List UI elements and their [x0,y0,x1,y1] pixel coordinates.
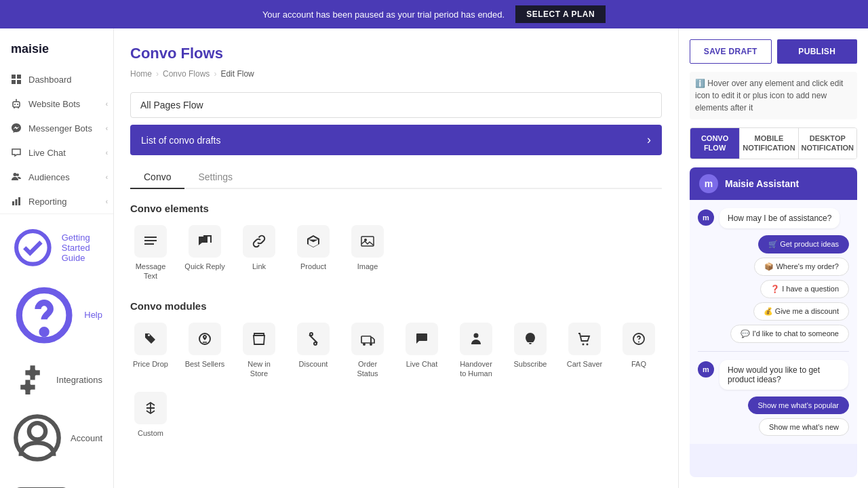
breadcrumb-home[interactable]: Home [130,69,152,79]
module-live-chat[interactable]: Live Chat [401,323,442,379]
sidebar-label-live-chat: Live Chat [28,148,66,158]
view-tab-convo-flow[interactable]: CONVO FLOW [690,128,740,159]
svg-point-6 [17,104,18,105]
reply-whats-new[interactable]: Show me what's new [759,418,849,436]
sidebar-item-live-chat[interactable]: Live Chat ‹ [0,140,113,165]
view-tab-desktop[interactable]: DESKTOPNOTIFICATION [799,128,856,159]
bot-avatar-1: m [698,209,714,226]
module-discount[interactable]: Discount [293,323,334,379]
module-cart-saver[interactable]: Cart Saver [564,323,605,379]
sidebar-item-integrations[interactable]: Integrations [0,354,113,405]
chat-preview: m Maisie Assistant m How may I be of ass… [690,167,857,477]
chat-message-row-2: m How would you like to get product idea… [698,360,849,390]
circle-check-icon [11,226,55,270]
sidebar: maisie Dashboard Website Bots ‹ Messenge… [0,28,114,488]
element-product[interactable]: Product [293,225,334,281]
tabs-row: Convo Settings [130,166,662,189]
save-draft-button[interactable]: SAVE DRAFT [690,39,772,64]
module-handover[interactable]: Handoverto Human [456,323,496,379]
svg-rect-4 [13,102,20,107]
sidebar-item-billing[interactable]: Billing [0,470,113,488]
credit-card-icon [11,476,72,488]
users-icon [11,171,22,182]
svg-point-23 [363,343,366,346]
select-plan-button[interactable]: SELECT A PLAN [515,5,606,23]
sidebar-item-dashboard[interactable]: Dashboard [0,67,113,92]
module-best-sellers[interactable]: Best Sellers [184,323,225,379]
sidebar-item-messenger-bots[interactable]: Messenger Bots ‹ [0,116,113,140]
collapse-arrow: ‹ [106,100,108,108]
chat-bubble-1: How may I be of assistance? [719,208,840,228]
reply-wheres-my-order[interactable]: 📦 Where's my order? [754,258,849,276]
reply-whats-popular[interactable]: Show me what's popular [748,396,850,414]
sidebar-item-website-bots[interactable]: Website Bots ‹ [0,92,113,116]
chat-replies-1: 🛒 Get product ideas 📦 Where's my order? … [698,235,849,343]
chat-body: m How may I be of assistance? 🛒 Get prod… [690,200,857,444]
svg-rect-16 [144,237,157,238]
element-link[interactable]: Link [239,225,279,281]
svg-point-5 [14,104,16,105]
module-custom[interactable]: Custom [130,392,171,438]
circle-help-icon [11,282,77,348]
svg-rect-7 [12,201,14,205]
drafts-bar[interactable]: List of convo drafts › [130,125,662,155]
tab-convo[interactable]: Convo [130,166,184,189]
logo: maisie [0,37,113,67]
chart-icon [11,196,22,207]
sidebar-item-account[interactable]: Account [0,405,113,470]
svg-rect-1 [17,75,21,79]
sidebar-item-getting-started[interactable]: Getting Started Guide [0,220,113,276]
publish-button[interactable]: PUBLISH [777,39,858,64]
module-price-drop[interactable]: Price Drop [130,323,171,379]
view-tabs: CONVO FLOW MOBILENOTIFICATION DESKTOPNOT… [690,127,857,159]
svg-rect-17 [144,240,157,241]
svg-point-29 [638,341,639,342]
chat-message-row-1: m How may I be of assistance? [698,208,849,228]
element-message-text[interactable]: MessageText [130,225,171,281]
module-new-in-store[interactable]: New inStore [239,323,279,379]
page-title: Convo Flows [130,45,662,62]
convo-elements-title: Convo elements [130,203,662,214]
reply-give-discount[interactable]: 💰 Give me a discount [753,302,849,321]
reply-chat-to-someone[interactable]: 💬 I'd like to chat to someone [730,325,849,343]
breadcrumb-convo-flows[interactable]: Convo Flows [163,69,210,79]
collapse-arrow: ‹ [106,149,108,157]
drafts-arrow: › [647,133,651,147]
hint-box: ℹ️ Hover over any element and click edit… [690,72,857,119]
sidebar-item-help[interactable]: Help [0,276,113,354]
reply-get-product-ideas[interactable]: 🛒 Get product ideas [758,235,849,253]
bot-avatar-2: m [698,361,714,378]
sidebar-bottom: Getting Started Guide Help Integrations … [0,214,113,488]
sidebar-label-messenger-bots: Messenger Bots [28,123,92,134]
chat-divider [698,351,849,352]
sidebar-label-website-bots: Website Bots [28,99,80,109]
sidebar-label-getting-started: Getting Started Guide [62,232,102,263]
action-buttons: SAVE DRAFT PUBLISH [690,39,857,64]
svg-rect-9 [18,197,20,205]
sidebar-item-reporting[interactable]: Reporting ‹ [0,189,113,214]
tab-settings[interactable]: Settings [184,166,246,189]
sidebar-label-reporting: Reporting [28,197,66,207]
chat-header: m Maisie Assistant [690,167,857,200]
reply-have-a-question[interactable]: ❓ I have a question [760,280,849,298]
sidebar-label-dashboard: Dashboard [28,75,72,85]
element-quick-reply[interactable]: Quick Reply [184,225,225,281]
element-image[interactable]: Image [347,225,388,281]
view-tab-mobile[interactable]: MOBILENOTIFICATION [740,128,798,159]
sidebar-label-help: Help [84,310,102,320]
chat-bubble-2: How would you like to get product ideas? [719,360,848,390]
convo-modules-title: Convo modules [130,300,662,312]
module-faq[interactable]: FAQ [618,323,659,379]
module-order-status[interactable]: OrderStatus [347,323,388,379]
content-area: Convo Flows Home › Convo Flows › Edit Fl… [114,28,678,488]
svg-rect-0 [12,75,16,79]
svg-rect-8 [16,199,18,205]
flow-name-input[interactable] [130,92,662,118]
right-panel: SAVE DRAFT PUBLISH ℹ️ Hover over any ele… [678,28,868,488]
convo-modules-grid: Price Drop Best Sellers New inStore Disc… [130,323,662,439]
sidebar-item-audiences[interactable]: Audiences ‹ [0,165,113,189]
banner-text: Your account has been paused as your tri… [262,9,505,20]
module-subscribe[interactable]: Subscribe [510,323,551,379]
chat-assistant-name: Maisie Assistant [725,178,799,189]
chat-replies-2: Show me what's popular Show me what's ne… [698,396,849,436]
